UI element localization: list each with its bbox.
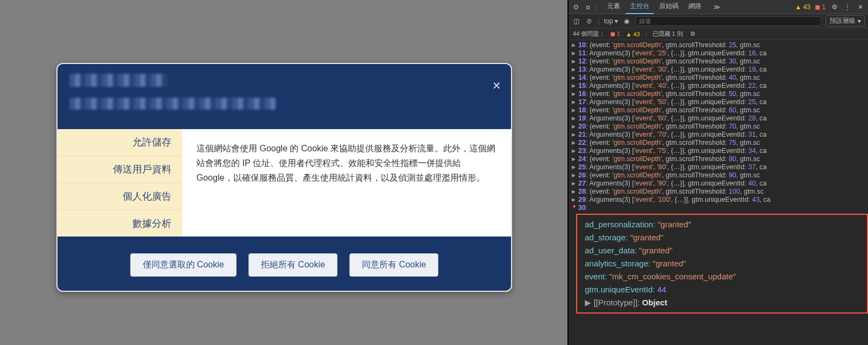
devtools-tab-3[interactable]: 網路 [684,0,706,14]
log-row[interactable]: 24: {event: 'gtm.scrollDepth', gtm.scrol… [571,155,868,163]
modal-footer: 僅同意選取的 Cookie拒絕所有 Cookie同意所有 Cookie [58,237,511,292]
devtools-topbar: ⯐ ⧈ | 元素主控台原始碼網路 ≫ ▲ 43 ◼ 1 ⚙ ⋮ ✕ [569,0,868,14]
log-row[interactable]: 18: {event: 'gtm.scrollDepth', gtm.scrol… [571,106,868,114]
log-row[interactable]: 15: Arguments(3) ['event', '40', {…}], g… [571,82,868,90]
log-row[interactable]: 22: {event: 'gtm.scrollDepth', gtm.scrol… [571,139,868,147]
modal-tab-2[interactable]: 個人化廣告 [58,183,182,210]
log-level-selector[interactable]: 預設層級 ▾ [826,15,865,27]
log-row[interactable]: 17: Arguments(3) ['event', '50', {…}], g… [571,98,868,106]
warnings-badge[interactable]: ▲ 43 [795,3,810,11]
sidebar-toggle-icon[interactable]: ◫ [572,17,580,25]
filter-input[interactable] [635,16,821,26]
inspect-icon[interactable]: ⯐ [572,3,580,11]
log-row[interactable]: 26: {event: 'gtm.scrollDepth', gtm.scrol… [571,171,868,180]
log-row[interactable]: 11: Arguments(3) ['event', '25', {…}], g… [571,49,868,58]
consent-object[interactable]: ad_personalization: "granted" ad_storage… [576,214,868,314]
log-row[interactable]: 27: Arguments(3) ['event', '90', {…}], g… [571,180,868,188]
console-log[interactable]: 10: {event: 'gtm.scrollDepth', gtm.scrol… [569,40,868,345]
consent-button-1[interactable]: 拒絕所有 Cookie [248,253,337,277]
issues-bar[interactable]: 44 個問題： ◼ 1 ▲ 43 | 已隱藏 1 則 ⚙ [569,28,868,40]
devtools-tab-1[interactable]: 主控台 [626,0,654,14]
devtools-close-icon[interactable]: ✕ [856,3,865,11]
log-row[interactable]: 23: Arguments(3) ['event', '75', {…}], g… [571,147,868,155]
log-row[interactable]: 16: {event: 'gtm.scrollDepth', gtm.scrol… [571,90,868,98]
page-background: ✕ 允許儲存傳送用戶資料個人化廣告數據分析 這個網站會使用 Google 的 C… [0,0,567,345]
log-row[interactable]: 28: {event: 'gtm.scrollDepth', gtm.scrol… [571,188,868,196]
device-icon[interactable]: ⧈ [584,3,592,11]
consent-button-2[interactable]: 同意所有 Cookie [349,253,438,277]
log-row[interactable]: 21: Arguments(3) ['event', '70', {…}], g… [571,131,868,139]
modal-content: 這個網站會使用 Google 的 Cookie 來協助提供服務及分析流量。此外，… [182,129,511,237]
cookie-consent-modal: ✕ 允許儲存傳送用戶資料個人化廣告數據分析 這個網站會使用 Google 的 C… [56,63,512,292]
eye-icon[interactable]: ◉ [622,17,631,25]
kebab-icon[interactable]: ⋮ [843,3,852,11]
close-icon[interactable]: ✕ [492,79,501,92]
log-row[interactable]: 29: Arguments(3) ['event', '100', {…}], … [571,196,868,204]
gear-icon[interactable]: ⚙ [688,30,697,39]
modal-tabs: 允許儲存傳送用戶資料個人化廣告數據分析 [58,129,182,237]
devtools-tab-2[interactable]: 原始碼 [655,0,683,14]
log-row[interactable]: 25: Arguments(3) ['event', '80', {…}], g… [571,163,868,171]
gear-icon[interactable]: ⚙ [830,3,839,11]
log-row[interactable]: 20: {event: 'gtm.scrollDepth', gtm.scrol… [571,123,868,131]
context-selector[interactable]: top ▾ [604,17,618,25]
more-tabs-icon[interactable]: ≫ [709,1,725,13]
log-row[interactable]: 14: {event: 'gtm.scrollDepth', gtm.scrol… [571,74,868,82]
consent-button-0[interactable]: 僅同意選取的 Cookie [130,253,237,277]
redacted-subtitle [69,98,276,110]
devtools-tabs: 元素主控台原始碼網路 [603,0,706,14]
log-row[interactable]: 13: Arguments(3) ['event', '30', {…}], g… [571,66,868,74]
errors-badge[interactable]: ◼ 1 [815,3,826,11]
modal-tab-1[interactable]: 傳送用戶資料 [58,156,182,183]
log-row[interactable]: 10: {event: 'gtm.scrollDepth', gtm.scrol… [571,41,868,49]
log-row[interactable]: 12: {event: 'gtm.scrollDepth', gtm.scrol… [571,58,868,66]
modal-tab-3[interactable]: 數據分析 [58,210,182,237]
modal-tab-0[interactable]: 允許儲存 [58,129,182,156]
log-row[interactable]: 19: Arguments(3) ['event', '60', {…}], g… [571,114,868,123]
log-row-expanded[interactable]: 30: [571,204,868,212]
devtools-tab-0[interactable]: 元素 [603,0,624,14]
console-toolbar: ◫ ⊘ | top ▾ ◉ 預設層級 ▾ [569,14,868,28]
modal-header: ✕ [58,64,511,129]
modal-body: 允許儲存傳送用戶資料個人化廣告數據分析 這個網站會使用 Google 的 Coo… [58,129,511,237]
devtools-panel: ⯐ ⧈ | 元素主控台原始碼網路 ≫ ▲ 43 ◼ 1 ⚙ ⋮ ✕ ◫ ⊘ | … [567,0,868,345]
redacted-title [69,74,167,87]
clear-console-icon[interactable]: ⊘ [585,17,593,25]
